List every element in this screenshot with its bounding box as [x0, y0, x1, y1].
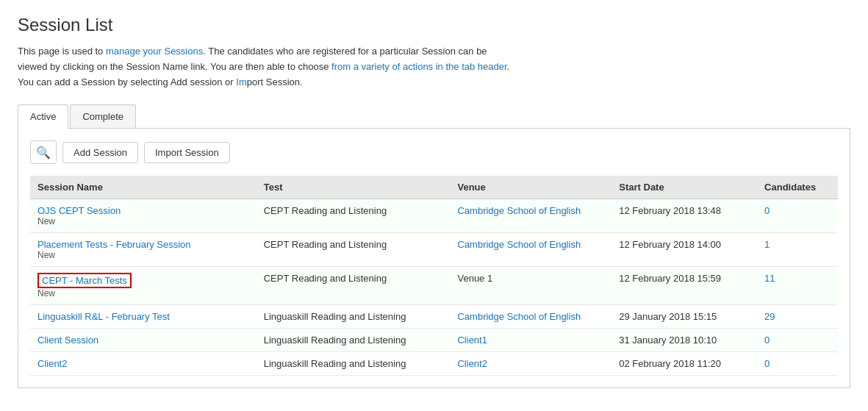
add-session-button[interactable]: Add Session — [62, 142, 138, 163]
tab-bar: Active Complete — [18, 104, 850, 129]
tab-active[interactable]: Active — [18, 104, 68, 129]
session-test: Linguaskill Reading and Listening — [257, 329, 451, 352]
session-name-link[interactable]: Linguaskill R&L - February Test — [37, 311, 170, 322]
session-test: CEPT Reading and Listening — [257, 267, 451, 305]
session-candidates: 29 — [757, 305, 838, 329]
session-name-link[interactable]: Client Session — [37, 335, 98, 346]
session-venue: Venue 1 — [450, 267, 611, 305]
toolbar: 🔍 Add Session Import Session — [30, 140, 838, 164]
session-start-date: 02 February 2018 11:20 — [611, 352, 757, 376]
col-header-candidates: Candidates — [757, 176, 838, 199]
table-row: CEPT - March TestsNewCEPT Reading and Li… — [30, 267, 838, 305]
search-button[interactable]: 🔍 — [30, 140, 57, 164]
session-candidates: 0 — [757, 352, 838, 376]
session-start-date: 29 January 2018 15:15 — [611, 305, 757, 329]
actions-link[interactable]: from a variety of actions in the tab hea… — [331, 61, 506, 72]
session-candidates: 1 — [757, 233, 838, 267]
session-venue: Client1 — [450, 329, 611, 352]
session-test: CEPT Reading and Listening — [257, 233, 451, 267]
table-row: Client2Linguaskill Reading and Listening… — [30, 352, 838, 376]
session-start-date: 12 February 2018 14:00 — [611, 233, 757, 267]
session-candidates: 11 — [757, 267, 838, 305]
session-test: Linguaskill Reading and Listening — [257, 305, 451, 329]
table-row: Client SessionLinguaskill Reading and Li… — [30, 329, 838, 352]
content-area: 🔍 Add Session Import Session Session Nam… — [18, 129, 850, 388]
session-candidates: 0 — [757, 329, 838, 352]
table-row: OJS CEPT SessionNewCEPT Reading and List… — [30, 199, 838, 233]
session-candidates: 0 — [757, 199, 838, 233]
session-start-date: 12 February 2018 15:59 — [611, 267, 757, 305]
session-name-link-highlighted[interactable]: CEPT - March Tests — [37, 273, 132, 288]
table-row: Linguaskill R&L - February TestLinguaski… — [30, 305, 838, 329]
col-header-test: Test — [257, 176, 451, 199]
session-sub-text: New — [37, 216, 249, 226]
session-venue: Cambridge School of English — [450, 305, 611, 329]
session-name-link[interactable]: Client2 — [37, 358, 67, 369]
col-header-date: Start Date — [611, 176, 757, 199]
session-name-link[interactable]: Placement Tests - February Session — [37, 239, 191, 250]
session-venue: Client2 — [450, 352, 611, 376]
sessions-table: Session Name Test Venue Start Date Candi… — [30, 176, 838, 376]
tab-complete[interactable]: Complete — [70, 104, 136, 128]
session-test: Linguaskill Reading and Listening — [257, 352, 451, 376]
session-venue: Cambridge School of English — [450, 199, 611, 233]
import-session-button[interactable]: Import Session — [144, 142, 230, 163]
page-title: Session List — [18, 15, 850, 35]
session-sub-text: New — [37, 250, 249, 260]
session-sub-text: New — [37, 288, 249, 299]
table-row: Placement Tests - February SessionNewCEP… — [30, 233, 838, 267]
import-session-link[interactable]: Im — [236, 76, 246, 87]
session-test: CEPT Reading and Listening — [257, 199, 451, 233]
session-start-date: 12 February 2018 13:48 — [611, 199, 757, 233]
manage-sessions-link[interactable]: manage your Sessions — [106, 46, 203, 57]
session-name-link[interactable]: OJS CEPT Session — [37, 205, 121, 216]
col-header-session: Session Name — [30, 176, 257, 199]
session-venue: Cambridge School of English — [450, 233, 611, 267]
col-header-venue: Venue — [450, 176, 611, 199]
session-start-date: 31 January 2018 10:10 — [611, 329, 757, 352]
page-description: This page is used to manage your Session… — [18, 44, 517, 90]
